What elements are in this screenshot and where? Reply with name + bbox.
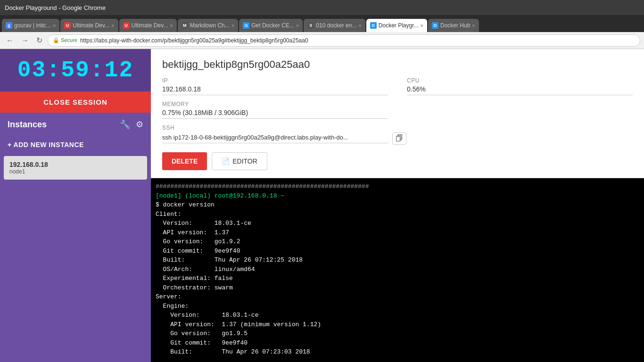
terminal-output-line: API version: 1.37 <box>156 228 639 238</box>
browser-tab-tab7[interactable]: DDocker Playgr...× <box>366 19 427 32</box>
ip-value: 192.168.0.18 <box>162 85 388 95</box>
tab-label: 010 docker en... <box>316 22 356 29</box>
tab-label: Markdown Ch... <box>190 22 230 29</box>
terminal-output-line: Go version: go1.9.5 <box>156 329 639 338</box>
instances-label: Instances <box>8 120 47 130</box>
tab-bar: ggourav | initc...×UUltimate Dev...×UUlt… <box>0 15 644 32</box>
gear-icon-button[interactable]: ⚙ <box>136 119 143 130</box>
browser-tab-tab3[interactable]: UUltimate Dev...× <box>119 19 177 32</box>
terminal-output-line: Orchestrator: swarm <box>156 283 639 293</box>
terminal-output-line: API version: 1.37 (minimum version 1.12) <box>156 320 639 329</box>
terminal-output-line: Client: <box>156 210 639 219</box>
instances-icons: 🔧 ⚙ <box>120 119 143 130</box>
browser-title-bar: Docker Playground - Google Chrome <box>0 0 644 15</box>
instance-info: bektijgg_bektip8gn5rg00a25aa0 IP 192.168… <box>151 49 644 178</box>
tab-label: Docker Playgr... <box>379 22 419 29</box>
address-bar[interactable]: 🔒 Secure https://labs.play-with-docker.c… <box>48 34 640 47</box>
ssh-value: ssh ip172-18-0-68-bektijggn5rg00a25a9g@d… <box>162 134 388 143</box>
copy-ssh-button[interactable]: 🗍 <box>392 132 406 145</box>
close-session-button[interactable]: CLOSE SESSION <box>0 91 151 113</box>
tab-favicon: U <box>64 22 71 29</box>
timer-section: 03:59:12 <box>0 49 151 91</box>
instance-item[interactable]: 192.168.0.18node1 <box>4 156 147 180</box>
terminal[interactable]: ########################################… <box>151 178 644 362</box>
tab-favicon: U <box>123 22 130 29</box>
terminal-output-line: OS/Arch: linux/amd64 <box>156 265 639 274</box>
cpu-value: 0.56% <box>407 85 633 95</box>
main-content: bektijgg_bektip8gn5rg00a25aa0 IP 192.168… <box>151 49 644 362</box>
terminal-output-line: Experimental: false <box>156 274 639 283</box>
browser-title: Docker Playground - Google Chrome <box>5 4 106 11</box>
browser-tab-tab4[interactable]: MMarkdown Ch...× <box>178 19 238 32</box>
terminal-output-line: Version: 18.03.1-ce <box>156 311 639 320</box>
forward-button[interactable]: → <box>19 35 31 46</box>
tab-favicon: D <box>370 22 377 29</box>
tab-close-icon[interactable]: × <box>421 23 423 28</box>
cpu-label: CPU <box>407 77 633 84</box>
timer-display: 03:59:12 <box>5 58 146 83</box>
wrench-icon-button[interactable]: 🔧 <box>120 119 130 130</box>
terminal-hash-line: ########################################… <box>156 182 639 191</box>
tab-close-icon[interactable]: × <box>231 23 234 28</box>
editor-button[interactable]: 📄 EDITOR <box>212 152 267 170</box>
reload-button[interactable]: ↻ <box>34 35 45 46</box>
terminal-output-line: Version: 18.03.1-ce <box>156 219 639 228</box>
instance-item-name: node1 <box>9 168 141 175</box>
tab-close-icon[interactable]: × <box>53 23 56 28</box>
browser-tab-tab1[interactable]: ggourav | initc...× <box>2 19 59 32</box>
browser-tab-tab8[interactable]: DDocker Hub× <box>428 19 479 32</box>
ssh-row: ssh ip172-18-0-68-bektijggn5rg00a25a9g@d… <box>162 132 633 145</box>
action-buttons: DELETE 📄 EDITOR <box>162 152 633 170</box>
terminal-prompt: [node1] (local) root@192.168.0.18 ~ <box>156 191 639 201</box>
tab-favicon: G <box>243 22 249 29</box>
ssh-info: SSH ssh ip172-18-0-68-bektijggn5rg00a25a… <box>162 124 633 145</box>
address-text: https://labs.play-with-docker.com/p/bekt… <box>80 37 308 44</box>
terminal-output-line: Built: Thu Apr 26 07:12:25 2018 <box>156 255 639 265</box>
tab-favicon: g <box>6 22 12 29</box>
instance-item-ip: 192.168.0.18 <box>9 161 141 168</box>
terminal-output-line: Go version: go1.9.2 <box>156 237 639 247</box>
secure-badge: 🔒 Secure <box>53 37 77 43</box>
instance-title: bektijgg_bektip8gn5rg00a25aa0 <box>162 58 633 71</box>
terminal-output-line: Built: Thu Apr 26 07:23:03 2018 <box>156 347 639 357</box>
sidebar: 03:59:12 CLOSE SESSION Instances 🔧 ⚙ + A… <box>0 49 151 362</box>
ip-label: IP <box>162 77 388 84</box>
tab-label: gourav | initc... <box>14 22 51 29</box>
tab-close-icon[interactable]: × <box>472 23 475 28</box>
terminal-output-line: Git commit: 9ee9f40 <box>156 247 639 256</box>
delete-button[interactable]: DELETE <box>162 152 207 170</box>
tab-close-icon[interactable]: × <box>358 23 361 28</box>
tab-favicon: D <box>432 22 438 29</box>
memory-label: Memory <box>162 101 388 107</box>
add-new-instance-button[interactable]: + ADD NEW INSTANCE <box>0 136 151 153</box>
tab-favicon: M <box>182 22 188 29</box>
editor-label: EDITOR <box>232 157 257 165</box>
tab-close-icon[interactable]: × <box>296 23 299 28</box>
terminal-command: $ docker version <box>156 200 639 210</box>
terminal-output-line: Engine: <box>156 302 639 311</box>
cpu-info: CPU 0.56% <box>407 77 633 95</box>
terminal-output-line: Git commit: 9ee9f40 <box>156 338 639 348</box>
memory-value: 0.75% (30.18MiB / 3.906GiB) <box>162 109 388 119</box>
tab-close-icon[interactable]: × <box>170 23 173 28</box>
nav-bar: ← → ↻ 🔒 Secure https://labs.play-with-do… <box>0 32 644 49</box>
ssh-label: SSH <box>162 124 633 131</box>
terminal-output-line: Server: <box>156 292 639 302</box>
info-grid: IP 192.168.0.18 CPU 0.56% Memory 0.75% (… <box>162 77 633 145</box>
tab-label: Ultimate Dev... <box>132 22 168 29</box>
memory-info: Memory 0.75% (30.18MiB / 3.906GiB) <box>162 101 388 119</box>
tab-label: Get Docker CE... <box>251 22 294 29</box>
tab-favicon: 0 <box>307 22 314 29</box>
back-button[interactable]: ← <box>4 35 16 46</box>
browser-tab-tab5[interactable]: GGet Docker CE...× <box>239 19 303 32</box>
tab-label: Docker Hub <box>440 22 470 29</box>
ip-info: IP 192.168.0.18 <box>162 77 388 95</box>
tab-label: Ultimate Dev... <box>73 22 109 29</box>
app-container: 03:59:12 CLOSE SESSION Instances 🔧 ⚙ + A… <box>0 49 644 362</box>
browser-tab-tab2[interactable]: UUltimate Dev...× <box>60 19 118 32</box>
editor-file-icon: 📄 <box>222 157 230 165</box>
instances-list: 192.168.0.18node1 <box>0 153 151 182</box>
browser-tab-tab6[interactable]: 0010 docker en...× <box>304 19 365 32</box>
instances-header: Instances 🔧 ⚙ <box>0 113 151 136</box>
tab-close-icon[interactable]: × <box>111 23 114 28</box>
